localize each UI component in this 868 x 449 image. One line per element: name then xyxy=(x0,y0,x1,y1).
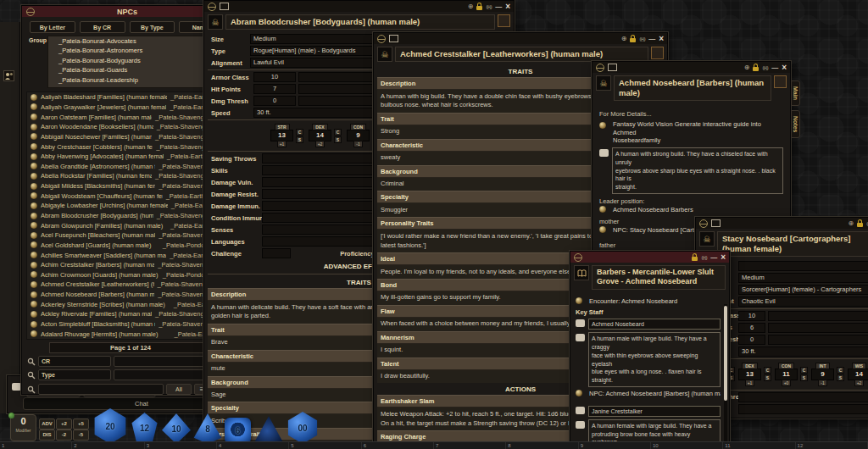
npc-coin-icon[interactable] xyxy=(31,143,37,150)
combat-value[interactable]: 0 xyxy=(253,96,296,106)
description-box[interactable]: A human with strong build. They have a c… xyxy=(612,147,783,194)
hotbar-slot[interactable]: 3 xyxy=(145,442,217,449)
ability-modifier[interactable]: +2 xyxy=(315,141,326,147)
link-icon[interactable] xyxy=(377,35,386,43)
combat-value[interactable]: 7 xyxy=(253,84,296,94)
close-icon[interactable]: × xyxy=(505,3,510,10)
link-icon[interactable] xyxy=(699,219,708,228)
npc-portrait-skull-icon[interactable]: ☠ xyxy=(699,231,715,247)
stacy-titlebar[interactable]: ⊕ ((•)) xyxy=(696,218,868,229)
hotbar-slot[interactable]: 9 xyxy=(579,442,651,449)
speed-value[interactable]: 30 ft. xyxy=(738,346,868,357)
npc-list-row[interactable]: Achim Creststalker [Barbers] (human male… xyxy=(27,260,227,270)
save-roll-button[interactable]: S xyxy=(764,374,771,381)
hotbar-slot[interactable]: 12 xyxy=(796,442,868,449)
group-list-item[interactable]: _Pateia-Bonurat-Bodyguards xyxy=(48,56,227,65)
npc-coin-icon[interactable] xyxy=(31,124,37,130)
npc-coin-icon[interactable] xyxy=(31,291,37,298)
npc-list-row[interactable]: Aaron Oatsteam [Families] (human male) _… xyxy=(27,112,227,122)
achmed-crest-titlebar[interactable]: ⊕ ((•)) — × xyxy=(374,33,667,44)
npc-list-row[interactable]: Achmed Nosebeard [Barbers] (human male) … xyxy=(27,290,227,300)
npc-portrait-skull-icon[interactable]: ☠ xyxy=(596,75,611,91)
ability-score[interactable]: 14 xyxy=(848,369,868,380)
page-button[interactable]: Page 1 of 124 xyxy=(49,342,212,353)
combat-extra-field[interactable] xyxy=(768,323,868,333)
token-slot[interactable] xyxy=(498,14,510,27)
minus2-button[interactable]: -2 xyxy=(56,430,72,441)
modifier-box[interactable]: 0 Modifier xyxy=(10,414,36,441)
npc-coin-icon[interactable] xyxy=(31,133,37,140)
npc-portrait-skull-icon[interactable]: ☠ xyxy=(377,47,392,62)
npc-list-row[interactable]: Achilles Smartweaver [Saddlers] (human m… xyxy=(27,250,227,260)
story-coin-icon[interactable] xyxy=(599,122,606,129)
hotbar-slot[interactable]: 6 xyxy=(362,442,434,449)
broadcast-icon[interactable]: ((•)) xyxy=(486,4,492,9)
group-list-item[interactable]: _Pateia-Bonurat-Guards xyxy=(48,65,227,75)
check-roll-button[interactable]: C xyxy=(800,367,808,374)
d12-die[interactable]: 12 xyxy=(130,413,159,444)
link-icon[interactable] xyxy=(26,8,35,16)
group-list-item[interactable]: _Pateia-Bonurat-Advocates xyxy=(48,36,227,46)
npc-coin-icon[interactable] xyxy=(31,114,37,120)
broadcast-icon[interactable]: ((•)) xyxy=(639,36,645,42)
lock-icon[interactable] xyxy=(857,223,863,227)
combat-extra-field[interactable] xyxy=(768,311,868,321)
encounter-coin-icon[interactable] xyxy=(576,297,582,304)
ability-score[interactable]: 13 xyxy=(270,130,293,141)
people-icon[interactable] xyxy=(3,69,14,85)
all-filter-button[interactable]: All xyxy=(166,384,192,395)
leader-link[interactable]: Achmed Nosebeard Barbers xyxy=(613,206,693,214)
zoom-icon[interactable]: ⊕ xyxy=(468,3,474,10)
dialog-icon[interactable] xyxy=(711,219,721,227)
save-roll-button[interactable]: S xyxy=(296,136,303,143)
npc-coin-icon[interactable] xyxy=(31,252,37,258)
minimize-icon[interactable]: — xyxy=(648,36,655,42)
plus5-button[interactable]: +5 xyxy=(73,419,89,430)
staff-name-field[interactable]: Achmed Nosebeard xyxy=(588,319,721,330)
npc-list-row[interactable]: Abigail Mildess [Blacksmiths] (human fem… xyxy=(27,181,227,191)
achmed-nose-title[interactable]: Achmed Nosebeard [Barbers] (human male) xyxy=(614,75,771,101)
combat-value[interactable]: 0 xyxy=(738,335,765,345)
achmed-crest-title[interactable]: Achmed Creststalker [Leatherworkers] (hu… xyxy=(395,47,648,62)
abram-titlebar[interactable]: ⊕ ((•)) — × xyxy=(204,1,514,12)
npc-coin-icon[interactable] xyxy=(31,173,37,180)
ability-score[interactable]: 9 xyxy=(811,369,834,380)
check-roll-button[interactable]: C xyxy=(837,367,844,374)
lock-icon[interactable] xyxy=(692,257,698,261)
broadcast-icon[interactable]: ((•)) xyxy=(701,255,707,260)
ability-modifier[interactable]: +1 xyxy=(277,141,287,147)
staff-npc-link[interactable]: NPC: Achmed Nosebeard [Barbers] (human m… xyxy=(589,390,721,398)
npcs-titlebar[interactable]: NPCs xyxy=(22,6,232,17)
npc-list-row[interactable]: Abby Crestchaser [Cobblers] (human femal… xyxy=(27,141,227,152)
side-tab[interactable]: Main xyxy=(791,80,800,106)
search-input[interactable] xyxy=(38,384,164,395)
zoom-icon[interactable]: ⊕ xyxy=(621,36,627,42)
encounter-link[interactable]: Encounter: Achmed Nosebeard xyxy=(589,297,677,306)
link-icon[interactable] xyxy=(574,253,582,262)
d8-die[interactable]: 8 xyxy=(193,413,222,444)
combat-extra-field[interactable] xyxy=(768,335,868,345)
npc-coin-icon[interactable] xyxy=(31,241,37,248)
check-roll-button[interactable]: C xyxy=(296,129,303,136)
npc-coin-icon[interactable] xyxy=(31,222,37,229)
staff-name-field[interactable]: Janine Creststalker xyxy=(588,406,721,417)
ability-score[interactable]: 13 xyxy=(738,369,761,380)
npc-coin-icon[interactable] xyxy=(31,330,37,337)
combat-value[interactable]: 6 xyxy=(738,323,765,333)
npc-coin-icon[interactable] xyxy=(31,321,37,328)
npc-coin-icon[interactable] xyxy=(31,183,37,190)
abram-title[interactable]: Abram Bloodcrusher [Bodyguards] (human m… xyxy=(225,14,495,30)
side-tab[interactable]: Notes xyxy=(791,110,800,138)
npc-coin-icon[interactable] xyxy=(31,202,37,209)
npc-list-row[interactable]: Abby Havenwing [Advocates] (human female… xyxy=(27,152,227,162)
challenge-value[interactable] xyxy=(262,248,291,258)
minimize-icon[interactable]: — xyxy=(771,65,778,70)
list-stat-value[interactable] xyxy=(738,404,868,414)
check-roll-button[interactable]: C xyxy=(334,129,342,136)
group-list-item[interactable]: _Pateia-Bonurat-Nobles xyxy=(48,85,227,88)
barbers-scrollbar[interactable] xyxy=(724,304,727,448)
zoom-icon[interactable]: ⊕ xyxy=(849,220,854,227)
d100-die[interactable]: 00 xyxy=(287,412,319,444)
combat-value[interactable]: 10 xyxy=(738,311,765,321)
npc-coin-icon[interactable] xyxy=(31,232,37,239)
